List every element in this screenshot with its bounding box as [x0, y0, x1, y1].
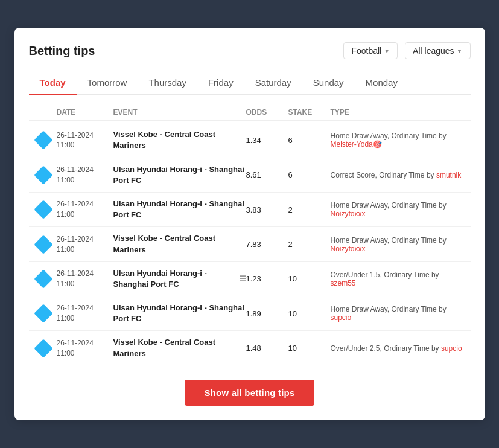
show-all-button[interactable]: Show all betting tips [185, 380, 314, 406]
col-date: DATE [35, 108, 113, 117]
tip-icon [35, 340, 52, 357]
date-cell: 26-11-2024 11:00 [35, 269, 113, 289]
tab-today[interactable]: Today [29, 71, 77, 95]
type-cell: Home Draw Away, Ordinary Time by Noizyfo… [331, 201, 465, 218]
col-stake: STAKE [288, 108, 331, 117]
author-link[interactable]: Noizyfoxxx [331, 210, 366, 218]
stake-cell: 6 [288, 170, 331, 179]
author-link[interactable]: supcio [331, 313, 352, 322]
odds-cell: 1.23 [246, 274, 288, 283]
odds-cell: 7.83 [246, 240, 288, 249]
header: Betting tips Football ▼ All leagues ▼ [29, 42, 471, 59]
tab-thursday[interactable]: Thursday [138, 71, 197, 95]
table-row: 26-11-2024 11:00 Ulsan Hyundai Horang-i … [29, 262, 471, 296]
tab-sunday[interactable]: Sunday [302, 71, 355, 95]
date-cell: 26-11-2024 11:00 [35, 234, 113, 255]
leagues-filter-label: All leagues [413, 46, 454, 56]
tab-friday[interactable]: Friday [197, 71, 244, 95]
date-cell: 26-11-2024 11:00 [35, 130, 113, 151]
stake-cell: 6 [288, 136, 331, 145]
author-link[interactable]: supcio [441, 344, 462, 353]
event-cell: Ulsan Hyundai Horang-i - Shanghai Port F… [113, 302, 246, 324]
table-header: DATE EVENT ODDS STAKE TYPE [29, 104, 471, 121]
date-cell: 26-11-2024 11:00 [35, 338, 113, 359]
author-link[interactable]: smutnik [436, 171, 461, 179]
football-filter-label: Football [351, 46, 381, 56]
event-cell: Vissel Kobe - Central Coast Mariners [113, 233, 246, 255]
time: 11:00 [57, 348, 94, 359]
date: 26-11-2024 [57, 303, 94, 313]
date: 26-11-2024 [57, 269, 94, 279]
tip-icon [35, 167, 52, 184]
stake-cell: 10 [288, 344, 331, 353]
event-cell: Vissel Kobe - Central Coast Mariners [113, 129, 246, 151]
main-card: Betting tips Football ▼ All leagues ▼ To… [14, 28, 485, 420]
show-all-wrap: Show all betting tips [29, 380, 471, 406]
event-cell: Ulsan Hyundai Horang-i - Shanghai Port F… [113, 199, 246, 220]
type-cell: Over/Under 2.5, Ordinary Time by supcio [331, 344, 465, 353]
table-row: 26-11-2024 11:00 Vissel Kobe - Central C… [29, 227, 471, 261]
stake-cell: 2 [288, 240, 331, 249]
stake-cell: 10 [288, 274, 331, 283]
tab-monday[interactable]: Monday [355, 71, 408, 95]
date: 26-11-2024 [57, 165, 94, 175]
time: 11:00 [57, 210, 94, 220]
author-link[interactable]: szem55 [331, 279, 356, 287]
type-cell: Home Draw Away, Ordinary Time by Noizyfo… [331, 236, 465, 253]
tab-saturday[interactable]: Saturday [244, 71, 302, 95]
date-cell: 26-11-2024 11:00 [35, 165, 113, 185]
odds-cell: 3.83 [246, 205, 288, 214]
table-row: 26-11-2024 11:00 Vissel Kobe - Central C… [29, 123, 471, 158]
time: 11:00 [57, 279, 94, 289]
type-cell: Home Draw Away, Ordinary Time by Meister… [331, 132, 465, 149]
header-filters: Football ▼ All leagues ▼ [343, 42, 470, 59]
table-body: 26-11-2024 11:00 Vissel Kobe - Central C… [29, 123, 471, 365]
time: 11:00 [57, 175, 94, 185]
type-cell: Over/Under 1.5, Ordinary Time by szem55 [331, 270, 465, 287]
time: 11:00 [57, 245, 94, 255]
type-cell: Home Draw Away, Ordinary Time by supcio [331, 305, 465, 322]
date: 26-11-2024 [57, 130, 94, 141]
page-title: Betting tips [29, 44, 95, 58]
stake-cell: 10 [288, 309, 331, 318]
col-type: TYPE [331, 108, 465, 117]
list-icon: ☰ [239, 274, 246, 284]
tabs: Today Tomorrow Thursday Friday Saturday … [29, 71, 471, 95]
event-cell: Ulsan Hyundai Horang-i - Shanghai Port F… [113, 268, 246, 290]
table-row: 26-11-2024 11:00 Ulsan Hyundai Horang-i … [29, 193, 471, 227]
date-cell: 26-11-2024 11:00 [35, 199, 113, 220]
date: 26-11-2024 [57, 199, 94, 210]
chevron-down-icon: ▼ [457, 48, 463, 54]
author-link[interactable]: Noizyfoxxx [331, 245, 366, 253]
odds-cell: 1.89 [246, 309, 288, 318]
tip-icon [35, 305, 52, 322]
time: 11:00 [57, 140, 94, 150]
col-odds: ODDS [246, 108, 288, 117]
date: 26-11-2024 [57, 234, 94, 245]
author-link[interactable]: Meister-Yoda🎯 [331, 140, 382, 149]
odds-cell: 1.34 [246, 136, 288, 145]
event-cell: Ulsan Hyundai Horang-i - Shanghai Port F… [113, 164, 246, 186]
odds-cell: 1.48 [246, 344, 288, 353]
table-row: 26-11-2024 11:00 Ulsan Hyundai Horang-i … [29, 296, 471, 331]
type-cell: Correct Score, Ordinary Time by smutnik [331, 171, 465, 179]
tip-icon [35, 236, 52, 253]
table-row: 26-11-2024 11:00 Vissel Kobe - Central C… [29, 331, 471, 365]
col-event: EVENT [113, 108, 246, 117]
tab-tomorrow[interactable]: Tomorrow [77, 71, 138, 95]
tip-icon [35, 132, 52, 149]
stake-cell: 2 [288, 205, 331, 214]
date-cell: 26-11-2024 11:00 [35, 303, 113, 324]
time: 11:00 [57, 313, 94, 324]
table-row: 26-11-2024 11:00 Ulsan Hyundai Horang-i … [29, 158, 471, 193]
event-cell: Vissel Kobe - Central Coast Mariners [113, 337, 246, 359]
football-filter[interactable]: Football ▼ [343, 42, 398, 59]
chevron-down-icon: ▼ [384, 48, 390, 54]
tip-icon [35, 201, 52, 218]
date: 26-11-2024 [57, 338, 94, 348]
leagues-filter[interactable]: All leagues ▼ [405, 42, 470, 59]
tip-icon [35, 270, 52, 287]
odds-cell: 8.61 [246, 170, 288, 179]
